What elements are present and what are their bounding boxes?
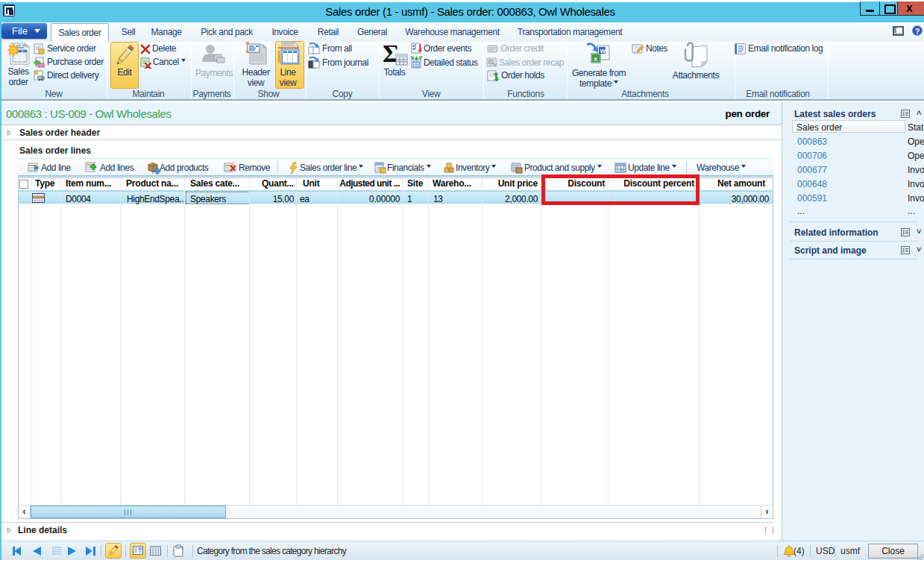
svg-text:X: X bbox=[594, 56, 598, 63]
svg-text:W: W bbox=[600, 48, 606, 54]
